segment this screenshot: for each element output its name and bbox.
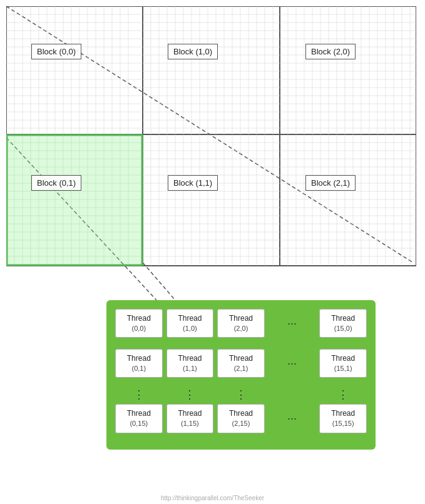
thread-cell-1-15: Thread (1,15) bbox=[166, 404, 214, 433]
thread-vdots-row: ⋮ ⋮ ⋮ ⋮ bbox=[115, 388, 367, 401]
thread-dots-row15: ··· bbox=[269, 404, 316, 433]
thread-cell-2-1: Thread (2,1) bbox=[217, 349, 265, 378]
svg-rect-129 bbox=[7, 135, 142, 265]
thread-cell-2-0: Thread (2,0) bbox=[217, 309, 265, 338]
thread-cell-1-0: Thread (1,0) bbox=[166, 309, 214, 338]
vdots-15: ⋮ bbox=[319, 388, 367, 401]
thread-cell-2-15: Thread (2,15) bbox=[217, 404, 265, 433]
block-label-11: Block (1,1) bbox=[168, 175, 218, 191]
block-label-10: Block (1,0) bbox=[168, 44, 218, 59]
vdots-2: ⋮ bbox=[217, 388, 265, 401]
thread-cell-15-15: Thread (15,15) bbox=[319, 404, 367, 433]
thread-row-0: Thread (0,0) Thread (1,0) Thread (2,0) ·… bbox=[115, 309, 367, 345]
vdots-1: ⋮ bbox=[166, 388, 214, 401]
thread-cell-0-15: Thread (0,15) bbox=[115, 404, 163, 433]
thread-cell-15-0: Thread (15,0) bbox=[319, 309, 367, 338]
grid-section: Block (0,0) Block (1,0) Block (2,0) Bloc… bbox=[6, 6, 416, 269]
block-label-20: Block (2,0) bbox=[305, 44, 356, 59]
block-label-21: Block (2,1) bbox=[305, 175, 356, 191]
thread-row-15: Thread (0,15) Thread (1,15) Thread (2,15… bbox=[115, 404, 367, 440]
thread-cell-1-1: Thread (1,1) bbox=[166, 349, 214, 378]
thread-block-section: Thread (0,0) Thread (1,0) Thread (2,0) ·… bbox=[106, 300, 376, 450]
thread-dots-row1: ··· bbox=[269, 349, 316, 378]
thread-dots-row0: ··· bbox=[269, 309, 316, 338]
block-label-01: Block (0,1) bbox=[31, 175, 81, 191]
thread-cell-15-1: Thread (15,1) bbox=[319, 349, 367, 378]
vdots-dots bbox=[269, 388, 316, 401]
thread-cell-0-1: Thread (0,1) bbox=[115, 349, 163, 378]
watermark: http://thinkingparallel.com/TheSeeker bbox=[0, 495, 425, 501]
vdots-0: ⋮ bbox=[115, 388, 163, 401]
thread-cell-0-0: Thread (0,0) bbox=[115, 309, 163, 338]
block-label-00: Block (0,0) bbox=[31, 44, 81, 59]
thread-row-1: Thread (0,1) Thread (1,1) Thread (2,1) ·… bbox=[115, 349, 367, 385]
